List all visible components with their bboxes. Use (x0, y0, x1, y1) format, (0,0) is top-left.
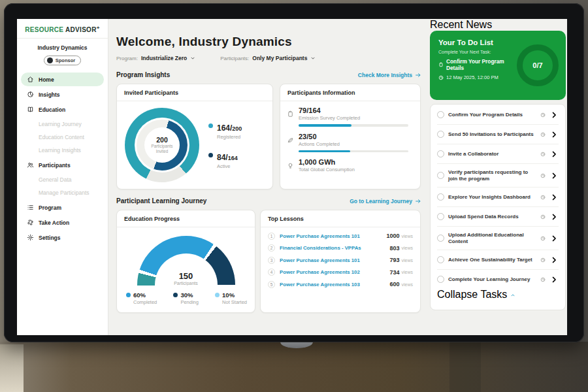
task-checkbox[interactable] (437, 276, 444, 283)
task-open-button[interactable] (549, 110, 559, 120)
logo-advisor: ADVISOR (65, 26, 97, 33)
clock-icon (540, 214, 546, 220)
arrow-right-icon (415, 72, 421, 78)
sidebar-item-education-content[interactable]: Education Content (21, 131, 104, 144)
sidebar-item-learning-insights[interactable]: Learning Insights (21, 144, 104, 157)
sponsor-badge: Sponsor (44, 56, 81, 65)
metric-actions-completed: 23/50 Actions Completed (287, 133, 412, 153)
lesson-views: 1000 (386, 233, 399, 239)
recent-news-card: Recent News (430, 19, 567, 31)
task-checkbox[interactable] (437, 150, 444, 157)
lesson-row[interactable]: 3 Power Purchase Agreements 101 793 view… (261, 252, 420, 264)
clock-icon (540, 152, 546, 157)
task-open-button[interactable] (549, 150, 559, 159)
sidebar-item-insights[interactable]: Insights (21, 88, 104, 101)
sidebar: RESOURCE ADVISOR+ Industry Dynamics Spon… (17, 19, 108, 335)
sidebar-item-label: Education Content (39, 134, 84, 140)
sidebar-item-manage-participants[interactable]: Manage Participants (21, 186, 104, 199)
education-icon (27, 106, 34, 113)
lesson-link[interactable]: Power Purchase Agreements 101 (280, 257, 389, 263)
task-row[interactable]: Send 50 Invitations to Participants (437, 125, 559, 144)
clipboard-icon (287, 108, 294, 116)
legend-item-registered: 164/200 Registered (208, 122, 242, 140)
task-row[interactable]: Confirm Your Program Details (437, 105, 559, 125)
task-row[interactable]: Upload Additional Educational Content (437, 227, 559, 250)
collapse-tasks-link[interactable]: Collapse Tasks (437, 289, 559, 301)
task-row[interactable]: Invite a Collaborator (437, 144, 559, 164)
logo-resource: RESOURCE (25, 26, 63, 33)
sidebar-item-education[interactable]: Education (21, 103, 104, 116)
participants-information-title: Participants Information (280, 84, 420, 101)
task-label: Invite a Collaborator (448, 151, 536, 157)
sidebar-item-settings[interactable]: Settings (21, 231, 104, 244)
actions-progress-bar (299, 150, 408, 153)
task-open-button[interactable] (549, 234, 559, 243)
lesson-row[interactable]: 1 Power Purchase Agreements 101 1000 vie… (261, 227, 420, 240)
sidebar-item-label: Home (39, 76, 54, 83)
metric-global-consumption: 1,000 GWh Total Global Consumption (287, 158, 412, 172)
task-row[interactable]: Complete Your Learning Journey (437, 270, 559, 289)
lesson-link[interactable]: Power Purchase Agreements 102 (280, 269, 389, 275)
lesson-rank: 5 (268, 281, 275, 288)
task-row[interactable]: Upload Spend Data Records (437, 207, 559, 227)
clock-icon (540, 132, 546, 137)
program-icon (27, 204, 34, 211)
task-open-button[interactable] (549, 171, 559, 180)
sidebar-item-take-action[interactable]: Take Action (21, 216, 104, 229)
check-more-insights-link[interactable]: Check More Insights (358, 72, 421, 78)
task-row[interactable]: Achieve One Sustainability Target (437, 250, 559, 270)
lesson-link[interactable]: Power Purchase Agreements 103 (280, 282, 389, 287)
task-checkbox[interactable] (437, 256, 444, 263)
task-label: Verify participants requesting to join t… (448, 169, 536, 182)
sidebar-item-label: Insights (39, 91, 60, 98)
task-open-button[interactable] (549, 275, 559, 284)
lesson-views-unit: views (401, 234, 413, 238)
task-row[interactable]: Explore Your Insights Dashboard (437, 188, 559, 207)
participants-dropdown[interactable]: Participants: Only My Participants (220, 55, 316, 61)
go-to-learning-journey-label: Go to Learning Journey (350, 198, 412, 204)
education-gauge-chart: 150 Participants (137, 236, 235, 286)
sponsor-badge-label: Sponsor (56, 57, 75, 63)
legend-item-completed: 60% Completed (126, 291, 157, 305)
donut-center-value: 200 (156, 136, 168, 144)
task-checkbox[interactable] (437, 235, 444, 242)
task-label: Complete Your Learning Journey (448, 276, 536, 283)
recent-news-title: Recent News (430, 19, 567, 31)
sidebar-item-general-data[interactable]: General Data (21, 173, 104, 186)
sidebar-item-program[interactable]: Program (21, 201, 104, 214)
sidebar-nav: Home Insights Education Learning Journey… (17, 73, 108, 244)
task-checkbox[interactable] (437, 213, 444, 220)
lesson-link[interactable]: Financial Considerations - VPPAs (280, 245, 389, 251)
page-title: Welcome, Industry Dynamics (116, 35, 421, 49)
task-checkbox[interactable] (437, 131, 444, 138)
program-dropdown-value: Industrialize Zero (141, 55, 187, 61)
task-open-button[interactable] (549, 193, 559, 202)
insights-icon (27, 91, 34, 98)
lesson-row[interactable]: 4 Power Purchase Agreements 102 734 view… (261, 264, 420, 276)
program-dropdown[interactable]: Program: Industrialize Zero (116, 55, 195, 61)
sidebar-item-participants[interactable]: Participants (21, 158, 104, 172)
pending-dot-icon (173, 293, 178, 297)
desk-highlight (0, 344, 24, 392)
go-to-learning-journey-link[interactable]: Go to Learning Journey (350, 198, 421, 204)
task-open-button[interactable] (549, 255, 559, 265)
lesson-row[interactable]: 2 Financial Considerations - VPPAs 803 v… (261, 240, 420, 252)
sidebar-item-learning-journey[interactable]: Learning Journey (21, 118, 104, 131)
task-checkbox[interactable] (437, 111, 444, 118)
clock-icon (540, 195, 546, 200)
participants-information-card: Participants Information 79/164 Emission… (280, 84, 421, 189)
task-checkbox[interactable] (437, 172, 444, 179)
sponsor-icon (47, 57, 53, 63)
lesson-rank: 2 (268, 244, 275, 252)
lesson-row[interactable]: 5 Power Purchase Agreements 103 600 view… (261, 276, 420, 288)
task-row[interactable]: Verify participants requesting to join t… (437, 164, 559, 188)
app-logo: RESOURCE ADVISOR+ (17, 19, 108, 39)
task-checkbox[interactable] (437, 193, 444, 201)
lesson-link[interactable]: Power Purchase Agreements 101 (280, 233, 386, 239)
task-label: Confirm Your Program Details (448, 112, 536, 118)
task-open-button[interactable] (549, 212, 559, 221)
monitor-bezel: RESOURCE ADVISOR+ Industry Dynamics Spon… (4, 3, 584, 342)
clock-icon (540, 277, 546, 282)
task-open-button[interactable] (549, 130, 559, 139)
sidebar-item-home[interactable]: Home (21, 73, 104, 86)
